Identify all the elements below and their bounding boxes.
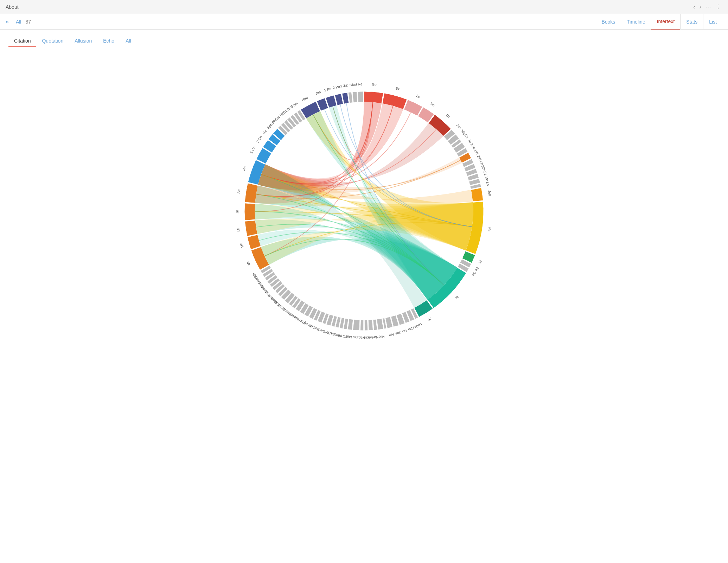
nav-count: 87 (25, 19, 31, 25)
nav-all[interactable]: All (16, 19, 21, 25)
back-button[interactable]: ‹ (692, 3, 696, 11)
svg-text:Ac: Ac (236, 189, 241, 194)
svg-text:Re: Re (358, 82, 363, 86)
svg-text:Mt: Mt (246, 261, 251, 266)
svg-text:Je: Je (427, 317, 433, 322)
svg-text:Heb: Heb (301, 96, 309, 102)
nav-timeline[interactable]: Timeline (621, 14, 651, 30)
menu-button[interactable]: ⋮ (714, 3, 722, 11)
tab-all[interactable]: All (120, 35, 137, 47)
svg-text:Zac: Zac (353, 335, 359, 340)
svg-text:Jos: Jos (455, 123, 462, 130)
svg-text:2 Co: 2 Co (256, 135, 263, 143)
svg-text:Le: Le (416, 94, 421, 99)
svg-text:Joe: Joe (395, 331, 401, 336)
chord-diagram-container: GeExLeNuDtJosJdgRuSa2Sa1Ki2KiCh2ChEzNeEs… (8, 53, 720, 369)
svg-text:Ode: Ode (251, 272, 258, 280)
svg-text:2Sa: 2Sa (470, 142, 477, 150)
svg-text:Is: Is (455, 295, 459, 300)
more-button[interactable]: ⋯ (704, 3, 713, 11)
nav-list[interactable]: List (703, 14, 722, 30)
tab-allusion[interactable]: Allusion (69, 35, 97, 47)
forward-button[interactable]: › (698, 3, 703, 11)
svg-text:Ga: Ga (262, 129, 268, 135)
svg-text:Ge: Ge (372, 82, 377, 87)
svg-text:1 Pe: 1 Pe (324, 87, 332, 92)
svg-text:Jas: Jas (315, 90, 321, 96)
tab-quotation[interactable]: Quotation (36, 35, 69, 47)
tabs: Citation Quotation Allusion Echo All (8, 35, 720, 47)
window-controls: ‹ › ⋯ ⋮ (692, 3, 722, 11)
content-area: Citation Quotation Allusion Echo All GeE… (0, 30, 728, 375)
svg-text:Es: Es (486, 181, 490, 186)
svg-text:Job: Job (487, 190, 492, 196)
window-title: About (6, 4, 19, 10)
svg-text:Ne: Ne (484, 176, 489, 182)
svg-text:1 Co: 1 Co (249, 146, 256, 154)
svg-text:Ex: Ex (395, 86, 400, 91)
svg-text:Eph: Eph (266, 122, 273, 130)
svg-text:Ez: Ez (483, 171, 488, 176)
chord-diagram[interactable]: GeExLeNuDtJosJdgRuSa2Sa1Ki2KiCh2ChEzNeEs… (206, 53, 522, 369)
svg-text:So: So (471, 271, 477, 277)
pin-icon[interactable]: » (6, 19, 9, 25)
svg-text:2Ch: 2Ch (480, 165, 486, 172)
svg-text:Dt: Dt (446, 113, 451, 119)
svg-text:Mic: Mic (379, 334, 385, 339)
svg-text:Jn: Jn (235, 210, 239, 214)
top-nav: » All 87 Books Timeline Intertext Stats … (0, 14, 728, 30)
title-bar: About ‹ › ⋯ ⋮ (0, 0, 728, 14)
tab-citation[interactable]: Citation (8, 35, 36, 47)
svg-text:Da: Da (407, 327, 413, 332)
nav-books[interactable]: Books (596, 14, 621, 30)
svg-text:Ho: Ho (402, 329, 407, 334)
nav-stats[interactable]: Stats (680, 14, 703, 30)
svg-text:Ro: Ro (242, 166, 247, 171)
svg-text:Hag: Hag (358, 336, 365, 340)
svg-text:2Ki: 2Ki (477, 155, 482, 161)
svg-text:Ec: Ec (474, 267, 479, 272)
svg-text:Ps: Ps (487, 227, 492, 232)
svg-text:Pr: Pr (478, 260, 483, 264)
svg-text:1Ki: 1Ki (473, 149, 479, 155)
nav-items: Books Timeline Intertext Stats List (596, 14, 722, 30)
svg-text:Jud: Jud (351, 82, 357, 87)
svg-text:Nu: Nu (430, 101, 436, 107)
svg-text:Am: Am (389, 332, 395, 337)
svg-text:Phm: Phm (290, 101, 299, 108)
nav-intertext[interactable]: Intertext (651, 14, 681, 30)
svg-text:Mk: Mk (239, 242, 244, 248)
svg-text:2 Pe: 2 Pe (332, 84, 340, 90)
tab-echo[interactable]: Echo (97, 35, 120, 47)
svg-text:Lk: Lk (236, 228, 241, 232)
